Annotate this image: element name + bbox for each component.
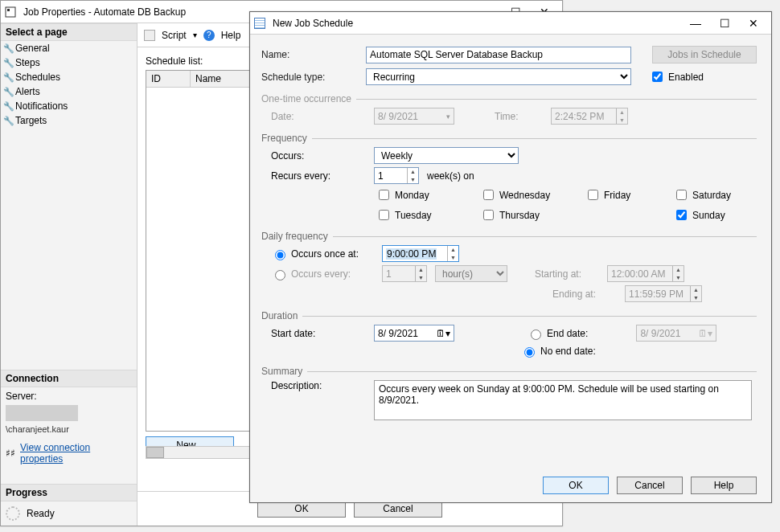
- enabled-checkbox[interactable]: Enabled: [649, 69, 704, 84]
- jobs-in-schedule-button: Jobs in Schedule: [652, 46, 757, 63]
- modal-close-button[interactable]: ✕: [739, 12, 768, 35]
- occurs-once-radio[interactable]: Occurs once at:: [271, 248, 374, 260]
- progress-header: Progress: [1, 484, 137, 501]
- script-icon: [144, 30, 155, 41]
- modal-maximize-button[interactable]: ☐: [710, 12, 739, 35]
- onetime-time-label: Time:: [495, 111, 543, 122]
- server-redacted: [6, 405, 78, 421]
- script-button[interactable]: Script: [162, 30, 187, 41]
- day-tuesday[interactable]: Tuesday: [376, 207, 472, 223]
- duration-header: Duration: [261, 310, 302, 321]
- schedule-type-select[interactable]: Recurring: [366, 68, 631, 85]
- schedule-type-label: Schedule type:: [261, 72, 366, 83]
- window-icon: [4, 6, 17, 18]
- script-dropdown-icon[interactable]: ▾: [193, 31, 197, 39]
- wrench-icon: 🔧: [3, 58, 14, 68]
- wrench-icon: 🔧: [3, 87, 14, 97]
- name-label: Name:: [261, 49, 366, 60]
- occurs-every-unit: hour(s): [435, 265, 507, 282]
- nav-steps[interactable]: 🔧Steps: [1, 55, 137, 70]
- modal-minimize-button[interactable]: —: [681, 12, 710, 35]
- no-end-date-radio[interactable]: No end date:: [520, 345, 596, 358]
- nav-alerts[interactable]: 🔧Alerts: [1, 84, 137, 99]
- modal-ok-button[interactable]: OK: [543, 477, 609, 494]
- svg-rect-1: [7, 9, 10, 11]
- name-input[interactable]: [366, 47, 631, 63]
- day-monday[interactable]: Monday: [376, 187, 472, 203]
- modal-help-button[interactable]: Help: [691, 477, 757, 494]
- day-friday[interactable]: Friday: [585, 187, 665, 203]
- end-date-input: 8/ 9/2021 🗓▾: [636, 325, 716, 342]
- chevron-down-icon: ▾: [446, 113, 450, 121]
- description-text[interactable]: [374, 380, 752, 420]
- day-thursday[interactable]: Thursday: [480, 207, 577, 223]
- day-saturday[interactable]: Saturday: [673, 187, 753, 203]
- onetime-date-input: 8/ 9/2021 ▾: [374, 108, 454, 125]
- nav-notifications[interactable]: 🔧Notifications: [1, 99, 137, 113]
- start-date-label: Start date:: [271, 328, 366, 339]
- progress-status: Ready: [27, 508, 55, 519]
- ending-at-input: 11:59:59 PM▲▼: [625, 285, 702, 302]
- modal-cancel-button[interactable]: Cancel: [617, 477, 683, 494]
- connection-user: \charanjeet.kaur: [6, 424, 132, 434]
- new-job-schedule-window: New Job Schedule — ☐ ✕ Name: Jobs in Sch…: [249, 11, 772, 503]
- daily-header: Daily frequency: [261, 231, 333, 242]
- modal-title: New Job Schedule: [269, 18, 681, 29]
- wrench-icon: 🔧: [3, 43, 14, 54]
- wrench-icon: 🔧: [3, 101, 14, 112]
- nav-targets[interactable]: 🔧Targets: [1, 113, 137, 128]
- frequency-header: Frequency: [261, 133, 312, 144]
- nav-schedules[interactable]: 🔧Schedules: [1, 70, 137, 84]
- calendar-icon[interactable]: 🗓▾: [436, 328, 450, 339]
- connection-icon: ♯♯: [6, 448, 15, 459]
- nav-general[interactable]: 🔧General: [1, 41, 137, 55]
- enabled-checkbox-input[interactable]: [652, 72, 663, 82]
- ending-at-label: Ending at:: [552, 289, 617, 300]
- occurs-select[interactable]: Weekly: [374, 147, 519, 164]
- summary-header: Summary: [261, 366, 307, 377]
- select-page-header: Select a page: [1, 23, 137, 41]
- modal-titlebar[interactable]: New Job Schedule — ☐ ✕: [250, 12, 771, 35]
- occurs-label: Occurs:: [271, 150, 366, 162]
- weeks-on-label: week(s) on: [427, 170, 474, 182]
- view-connection-link[interactable]: View connection properties: [20, 442, 132, 464]
- occurs-every-num: 1▲▼: [382, 265, 427, 282]
- day-sunday[interactable]: Sunday: [673, 207, 753, 223]
- progress-spinner-icon: [6, 506, 20, 521]
- calendar-icon: 🗓▾: [698, 328, 712, 339]
- description-label: Description:: [271, 380, 366, 391]
- wrench-icon: 🔧: [3, 72, 14, 83]
- help-button[interactable]: Help: [221, 30, 241, 41]
- recurs-every-input[interactable]: 1 ▲▼: [374, 167, 419, 184]
- left-pane: Select a page 🔧General 🔧Steps 🔧Schedules…: [1, 23, 138, 526]
- day-wednesday[interactable]: Wednesday: [480, 187, 577, 203]
- col-id[interactable]: ID: [146, 71, 191, 87]
- start-date-input[interactable]: 8/ 9/2021 🗓▾: [374, 325, 454, 342]
- wrench-icon: 🔧: [3, 116, 14, 126]
- help-icon: ?: [203, 30, 215, 41]
- server-label: Server:: [6, 391, 132, 402]
- end-date-radio[interactable]: End date:: [527, 327, 588, 340]
- starting-at-label: Starting at:: [535, 268, 599, 280]
- onetime-header: One-time occurrence: [261, 93, 356, 104]
- recurs-label: Recurs every:: [271, 170, 366, 182]
- schedule-icon: [253, 17, 266, 30]
- occurs-every-radio[interactable]: Occurs every:: [271, 268, 374, 280]
- onetime-date-label: Date:: [271, 111, 366, 122]
- onetime-time-input: 2:24:52 PM ▲▼: [551, 108, 628, 125]
- svg-rect-0: [6, 7, 15, 17]
- occurs-once-time-input[interactable]: 9:00:00 PM ▲▼: [382, 245, 459, 262]
- connection-header: Connection: [1, 370, 137, 387]
- starting-at-input: 12:00:00 AM▲▼: [607, 265, 684, 282]
